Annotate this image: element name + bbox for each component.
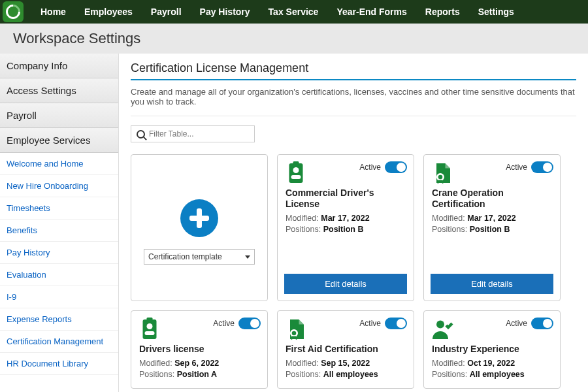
positions-value: Position B — [323, 225, 364, 234]
filter-input[interactable] — [149, 129, 249, 139]
modified-value: Sep 6, 2022 — [174, 359, 219, 368]
modified-label: Modified: — [139, 359, 172, 368]
positions-label: Positions: — [432, 370, 467, 379]
positions-value: Position B — [470, 225, 510, 234]
sidebar-item-evaluation[interactable]: Evaluation — [0, 264, 118, 286]
top-nav: Home Employees Payroll Pay History Tax S… — [0, 0, 588, 24]
modified-label: Modified: — [432, 214, 465, 223]
nav-reports[interactable]: Reports — [416, 0, 469, 24]
template-select-label: Certification template — [148, 252, 222, 261]
svg-point-12 — [436, 321, 444, 329]
badge-icon — [284, 161, 308, 185]
sidebar-section-company-info[interactable]: Company Info — [0, 54, 118, 78]
svg-rect-3 — [293, 161, 299, 165]
active-toggle[interactable] — [238, 318, 261, 329]
nav-pay-history[interactable]: Pay History — [191, 0, 259, 24]
edit-button[interactable]: Edit details — [431, 274, 553, 294]
modified-label: Modified: — [286, 359, 319, 368]
divider — [131, 116, 576, 116]
sidebar-item-pay-history[interactable]: Pay History — [0, 242, 118, 264]
template-select[interactable]: Certification template — [144, 249, 255, 265]
cert-card: Active First Aid Certification Modified:… — [277, 310, 414, 389]
cert-card: Active Drivers license Modified: Sep 6, … — [131, 310, 268, 389]
nav-year-end[interactable]: Year-End Forms — [327, 0, 416, 24]
positions-label: Positions: — [286, 225, 321, 234]
add-icon[interactable] — [180, 199, 218, 237]
sidebar-item-timesheets[interactable]: Timesheets — [0, 197, 118, 220]
badge-icon — [138, 318, 161, 341]
svg-rect-9 — [147, 318, 153, 321]
sidebar-item-expense-reports[interactable]: Expense Reports — [0, 308, 118, 331]
svg-point-11 — [292, 331, 297, 336]
svg-rect-8 — [145, 331, 155, 335]
sidebar-item-onboarding[interactable]: New Hire Onboarding — [0, 175, 118, 197]
main-heading: Certification License Management — [131, 61, 576, 80]
sidebar: Company Info Access Settings Payroll Emp… — [0, 54, 119, 392]
edit-button[interactable]: Edit details — [284, 274, 407, 294]
modified-label: Modified: — [286, 214, 319, 223]
modified-value: Mar 17, 2022 — [467, 214, 515, 223]
sidebar-item-certification-management[interactable]: Certification Management — [0, 331, 118, 353]
svg-point-5 — [438, 175, 443, 180]
nav-settings[interactable]: Settings — [469, 0, 523, 24]
positions-label: Positions: — [139, 370, 174, 379]
positions-value: All employees — [470, 370, 525, 379]
active-toggle[interactable] — [531, 318, 553, 329]
person-check-icon — [431, 318, 454, 341]
active-label: Active — [359, 319, 381, 328]
chevron-down-icon — [245, 255, 250, 259]
main-content: Certification License Management Create … — [119, 54, 588, 392]
nav-tax-service[interactable]: Tax Service — [259, 0, 328, 24]
positions-value: Position A — [177, 370, 217, 379]
active-toggle[interactable] — [385, 161, 407, 173]
cert-title: Drivers license — [139, 344, 259, 355]
modified-value: Oct 19, 2022 — [467, 359, 515, 368]
svg-point-7 — [147, 323, 153, 329]
sidebar-item-welcome[interactable]: Welcome and Home — [0, 153, 118, 175]
svg-rect-2 — [291, 175, 301, 179]
active-toggle[interactable] — [385, 318, 407, 329]
page-title-bar: Workspace Settings — [0, 24, 588, 54]
page-title: Workspace Settings — [13, 30, 575, 47]
cert-title: Crane Operation Certification — [432, 188, 552, 210]
cert-title: Commercial Driver's License — [286, 188, 406, 210]
positions-label: Positions: — [432, 225, 467, 234]
cert-title: First Aid Certification — [286, 344, 406, 355]
modified-label: Modified: — [432, 359, 465, 368]
app-logo — [3, 1, 24, 22]
sidebar-section-access-settings[interactable]: Access Settings — [0, 78, 118, 103]
cert-title: Industry Experience — [432, 344, 552, 355]
active-label: Active — [213, 319, 235, 328]
add-certification-card: Certification template — [131, 154, 268, 301]
sidebar-item-benefits[interactable]: Benefits — [0, 220, 118, 242]
cert-card: Active Industry Experience Modified: Oct… — [423, 310, 561, 389]
sidebar-section-employee-services[interactable]: Employee Services — [0, 128, 118, 153]
active-label: Active — [506, 319, 527, 328]
main-description: Create and manage all of your organizati… — [131, 87, 576, 106]
modified-value: Sep 15, 2022 — [321, 359, 370, 368]
active-label: Active — [506, 163, 527, 172]
certificate-icon — [284, 318, 308, 341]
sidebar-item-hr-doc-library[interactable]: HR Document Library — [0, 353, 118, 375]
certificate-icon — [431, 161, 454, 185]
sidebar-section-payroll[interactable]: Payroll — [0, 103, 118, 128]
positions-value: All employees — [323, 370, 378, 379]
cert-card: Active Crane Operation Certification Mod… — [423, 154, 561, 301]
cert-card: Active Commercial Driver's License Modif… — [277, 154, 414, 301]
positions-label: Positions: — [286, 370, 321, 379]
card-grid: Certification template Active Commercial… — [131, 154, 576, 389]
active-toggle[interactable] — [531, 161, 553, 173]
nav-payroll[interactable]: Payroll — [142, 0, 191, 24]
search-icon — [137, 130, 145, 139]
sidebar-item-i9[interactable]: I-9 — [0, 286, 118, 308]
filter-box — [131, 125, 255, 142]
nav-home[interactable]: Home — [31, 0, 75, 24]
active-label: Active — [359, 163, 381, 172]
svg-point-1 — [293, 167, 299, 173]
nav-employees[interactable]: Employees — [75, 0, 142, 24]
modified-value: Mar 17, 2022 — [321, 214, 369, 223]
